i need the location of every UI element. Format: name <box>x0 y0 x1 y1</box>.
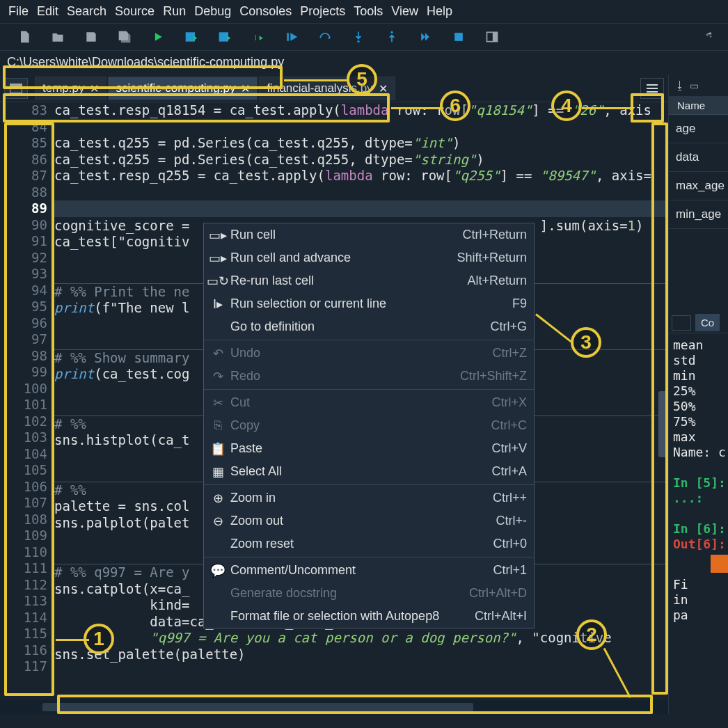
ctx-zoom-in[interactable]: ⊕Zoom inCtrl++ <box>204 486 534 509</box>
var-row-min-age[interactable]: min_age <box>669 200 728 229</box>
run-selection-icon[interactable]: I <box>251 29 266 45</box>
ctx-zoom-reset[interactable]: Zoom resetCtrl+0 <box>204 532 534 555</box>
svg-rect-3 <box>287 33 289 41</box>
ctx-redo: ↷RedoCtrl+Shift+Z <box>204 365 534 388</box>
zoom-out-icon: ⊖ <box>211 514 225 528</box>
ctx-zoom-out[interactable]: ⊖Zoom outCtrl+- <box>204 509 534 532</box>
tab-label: financial-analysis.py <box>267 81 372 95</box>
debug-continue-icon[interactable] <box>284 29 299 45</box>
ctx-comment-uncomment[interactable]: 💬Comment/UncommentCtrl+1 <box>204 559 534 582</box>
svg-point-5 <box>390 31 393 33</box>
save-vars-icon[interactable]: ▭ <box>690 80 699 91</box>
ctx-run-selection-or-current-line[interactable]: I▸Run selection or current lineF9 <box>204 292 534 315</box>
ctx-paste[interactable]: 📋PasteCtrl+V <box>204 437 534 460</box>
ctx-go-to-definition[interactable]: Go to definitionCtrl+G <box>204 315 534 338</box>
close-icon[interactable]: ✕ <box>90 82 99 95</box>
menubar: File Edit Search Source Run Debug Consol… <box>0 0 728 24</box>
run-file-icon[interactable] <box>150 29 166 45</box>
svg-rect-8 <box>493 32 498 41</box>
side-panel: ⭳ ▭ Name age data max_age min_age Co mea… <box>668 75 728 714</box>
continue-icon[interactable] <box>418 29 433 45</box>
run-cell-icon: ▭▸ <box>211 228 225 242</box>
new-file-icon[interactable] <box>17 29 32 45</box>
var-explorer-toolbar: ⭳ ▭ <box>669 75 728 97</box>
var-row-age[interactable]: age <box>669 115 728 143</box>
filepath-bar: C:\Users\white\Downloads\scientific-comp… <box>0 51 728 75</box>
stop-icon[interactable] <box>451 29 466 45</box>
close-icon[interactable]: ✕ <box>379 82 388 95</box>
run-selection-icon: I▸ <box>211 297 225 311</box>
console-tab[interactable]: Co <box>695 314 720 331</box>
svg-rect-0 <box>187 33 195 41</box>
var-row-data[interactable]: data <box>669 143 728 172</box>
svg-rect-6 <box>454 33 463 41</box>
editor-context-menu[interactable]: ▭▸Run cellCtrl+Return▭▸Run cell and adva… <box>203 223 535 628</box>
menu-search[interactable]: Search <box>64 3 109 20</box>
tab-temp[interactable]: temp.py ✕ <box>35 77 106 100</box>
menu-projects[interactable]: Projects <box>297 3 348 20</box>
tab-financial-analysis[interactable]: financial-analysis.py ✕ <box>259 77 395 100</box>
menu-source[interactable]: Source <box>112 3 157 20</box>
rerun-icon: ▭↻ <box>211 274 225 288</box>
import-icon[interactable]: ⭳ <box>674 79 686 92</box>
menu-consoles[interactable]: Consoles <box>237 3 294 20</box>
tab-label: temp.py <box>42 81 84 95</box>
ctx-undo: ↶UndoCtrl+Z <box>204 342 534 365</box>
save-all-icon[interactable] <box>117 29 132 45</box>
editor-tabbar: temp.py ✕ scientific-computing.py ✕ fina… <box>0 75 668 102</box>
tab-scientific-computing[interactable]: scientific-computing.py ✕ <box>108 77 258 100</box>
var-row-max-age[interactable]: max_age <box>669 172 728 200</box>
menu-view[interactable]: View <box>388 3 421 20</box>
line-gutter: 8384858687888990919293949596979899100101… <box>0 102 54 700</box>
console-browse-icon[interactable] <box>672 315 691 331</box>
run-cell-advance-icon[interactable] <box>217 29 232 45</box>
console-tabbar: Co <box>669 312 728 333</box>
ctx-copy: ⎘CopyCtrl+C <box>204 414 534 437</box>
ctx-select-all[interactable]: ▦Select AllCtrl+A <box>204 460 534 483</box>
menu-run[interactable]: Run <box>160 3 189 20</box>
var-header-name[interactable]: Name <box>669 97 728 115</box>
step-out-icon[interactable] <box>384 29 399 45</box>
step-over-icon[interactable] <box>317 29 333 45</box>
ctx-cut: ✂CutCtrl+X <box>204 391 534 414</box>
menu-file[interactable]: File <box>6 3 31 20</box>
svg-rect-1 <box>220 33 228 41</box>
ctx-run-cell[interactable]: ▭▸Run cellCtrl+Return <box>204 223 534 246</box>
comment-icon: 💬 <box>211 564 225 578</box>
cut-icon: ✂ <box>211 396 225 410</box>
select-all-icon: ▦ <box>211 465 225 479</box>
redo-icon: ↷ <box>211 370 225 383</box>
tab-browse-icon[interactable] <box>4 78 28 99</box>
close-icon[interactable]: ✕ <box>241 82 250 95</box>
toolbar: I <box>0 24 728 51</box>
svg-text:I: I <box>255 34 257 42</box>
menu-help[interactable]: Help <box>424 3 455 20</box>
svg-rect-10 <box>10 84 22 86</box>
step-into-icon[interactable] <box>351 29 366 45</box>
ctx-re-run-last-cell[interactable]: ▭↻Re-run last cellAlt+Return <box>204 269 534 292</box>
horizontal-scrollbar[interactable] <box>0 700 668 714</box>
run-cell-advance-icon: ▭▸ <box>211 251 225 265</box>
zoom-in-icon: ⊕ <box>211 491 225 505</box>
preferences-icon[interactable] <box>697 29 713 45</box>
run-cell-icon[interactable] <box>184 29 199 45</box>
open-folder-icon[interactable] <box>50 29 65 45</box>
undo-icon: ↶ <box>211 347 225 361</box>
ctx-generate-docstring: Generate docstringCtrl+Alt+D <box>204 582 534 605</box>
vertical-scrollbar[interactable] <box>657 102 668 700</box>
copy-icon: ⎘ <box>211 419 225 433</box>
tab-label: scientific-computing.py <box>116 81 235 95</box>
console-output[interactable]: mean std min 25% 50% 75% max Name: c In … <box>669 333 728 627</box>
current-filepath: C:\Users\white\Downloads\scientific-comp… <box>7 55 284 69</box>
paste-icon: 📋 <box>211 442 225 456</box>
ctx-format-file-or-selection-with-autopep8[interactable]: Format file or selection with Autopep8Ct… <box>204 605 534 628</box>
svg-point-4 <box>357 40 359 42</box>
editor-options-icon[interactable] <box>640 78 664 99</box>
menu-edit[interactable]: Edit <box>34 3 61 20</box>
menu-tools[interactable]: Tools <box>351 3 386 20</box>
layout-icon[interactable] <box>484 29 500 45</box>
save-icon[interactable] <box>84 29 99 45</box>
color-swatch <box>711 555 728 573</box>
menu-debug[interactable]: Debug <box>191 3 234 20</box>
ctx-run-cell-and-advance[interactable]: ▭▸Run cell and advanceShift+Return <box>204 246 534 269</box>
